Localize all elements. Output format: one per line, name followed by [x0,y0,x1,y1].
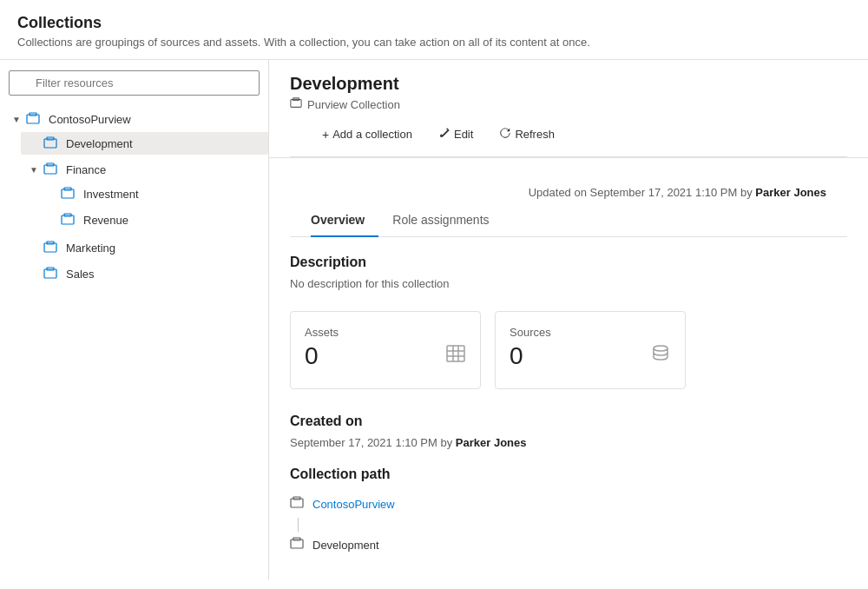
tree-item-marketing: Marketing [21,235,268,261]
updated-by-section: Updated on September 17, 2021 1:10 PM by… [290,175,847,199]
page-title: Collections [17,14,851,32]
edit-button[interactable]: Edit [427,121,484,148]
revenue-label: Revenue [83,214,128,227]
purview-collection-icon [290,97,302,112]
collection-icon-mkt [43,241,61,255]
table-icon [445,343,466,369]
collection-icon-rev [61,213,78,227]
add-collection-label: Add a collection [332,128,412,141]
collection-icon [26,112,43,126]
main-header: Development Purview Collection + Add a c… [269,60,868,158]
tree-row-finance[interactable]: ▼ Finance [21,158,268,181]
page-header: Collections Collections are groupings of… [0,0,868,60]
add-collection-button[interactable]: + Add a collection [311,122,424,148]
collection-icon-sales [43,267,61,281]
chevron-down-icon: ▼ [12,115,26,124]
svg-rect-16 [447,346,464,361]
tree-row-development[interactable]: Development [21,132,268,155]
purview-collection-label: Purview Collection [307,98,400,111]
tree-row-sales[interactable]: Sales [21,262,268,285]
root-label: ContosoPurview [49,113,131,126]
tree-item-development: Development [21,130,268,156]
path-section: Collection path ContosoPurview [290,467,847,557]
sources-value: 0 [510,342,523,370]
sidebar: ▼ ContosoPurview Developm [0,60,269,579]
main-layout: ▼ ContosoPurview Developm [0,60,868,579]
updated-by-name: Parker Jones [755,186,826,199]
tree-children-finance: Investment Revenue [21,181,268,233]
collection-title: Development [290,74,847,94]
path-collection-icon-dev [290,537,306,553]
sales-label: Sales [66,268,95,281]
tree-item-sales: Sales [21,261,268,287]
tree-row-revenue[interactable]: Revenue [38,208,268,231]
created-title: Created on [290,414,847,429]
filter-input[interactable] [9,70,260,96]
sources-card: Sources 0 [495,311,686,389]
created-text-row: September 17, 2021 1:10 PM by Parker Jon… [290,436,847,449]
collection-subtitle: Purview Collection [290,97,847,112]
tab-role-assignments[interactable]: Role assignments [378,206,503,237]
collection-icon-inv [61,187,78,201]
refresh-icon [499,127,511,142]
path-link-contoso[interactable]: ContosoPurview [312,498,395,511]
tree: ▼ ContosoPurview Developm [0,106,268,288]
tree-item-investment: Investment [38,181,268,207]
path-collection-icon-root [290,496,306,513]
tree-row-contosopurview[interactable]: ▼ ContosoPurview [3,108,268,130]
plus-icon: + [322,128,329,142]
assets-label: Assets [305,326,466,339]
tree-item-revenue: Revenue [38,207,268,233]
tree-row-marketing[interactable]: Marketing [21,236,268,259]
edit-icon [438,127,450,142]
path-title: Collection path [290,467,847,482]
main-content: Development Purview Collection + Add a c… [269,60,868,579]
chevron-down-finance: ▼ [30,165,43,175]
path-item-development: Development [290,533,847,557]
path-dev-label: Development [312,539,379,552]
tabs: Overview Role assignments [290,206,847,237]
svg-point-21 [654,346,667,351]
marketing-label: Marketing [66,242,115,255]
toolbar: + Add a collection Edit Refresh [290,112,847,157]
page-subtitle: Collections are groupings of sources and… [17,36,851,49]
refresh-button[interactable]: Refresh [488,121,566,148]
assets-value: 0 [305,342,319,370]
created-by-name: Parker Jones [456,436,527,449]
edit-label: Edit [454,128,473,141]
assets-card: Assets 0 [290,311,481,389]
assets-card-row: 0 [305,342,466,370]
description-title: Description [290,255,847,270]
description-text: No description for this collection [290,277,847,290]
database-icon [650,343,671,369]
path-connector-line [298,518,299,532]
tree-item-finance: ▼ Finance [21,156,268,235]
tree-children-root: Development ▼ Finance [3,130,268,287]
finance-label: Finance [66,163,106,176]
filter-bar [0,70,268,106]
created-section: Created on September 17, 2021 1:10 PM by… [290,414,847,449]
path-item-root: ContosoPurview [290,493,847,516]
development-label: Development [66,137,133,150]
filter-wrapper [9,70,260,96]
sources-card-row: 0 [510,342,671,370]
updated-text: Updated on September 17, 2021 1:10 PM by [529,186,753,199]
investment-label: Investment [83,188,139,201]
content-body: Updated on September 17, 2021 1:10 PM by… [269,158,868,574]
cards-row: Assets 0 Sources 0 [290,311,847,389]
tree-row-investment[interactable]: Investment [38,182,268,205]
refresh-label: Refresh [515,128,555,141]
sources-label: Sources [510,326,671,339]
collection-icon-dev [43,136,61,150]
collection-icon-finance [43,162,61,176]
tab-overview[interactable]: Overview [311,206,378,237]
tree-root-item: ▼ ContosoPurview Developm [3,106,268,288]
